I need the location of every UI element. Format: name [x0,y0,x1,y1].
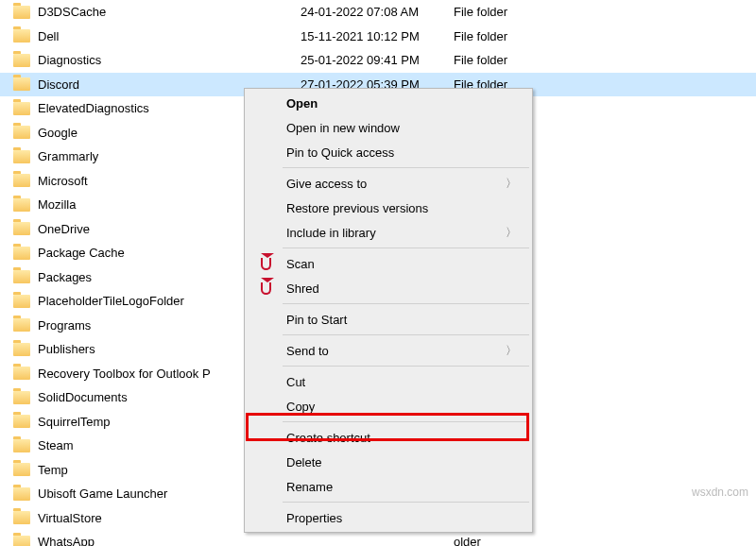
menu-shred-label: Shred [286,282,319,296]
folder-icon [13,126,30,139]
folder-icon [13,367,30,380]
menu-include-in-library[interactable]: Include in library〉 [247,220,530,245]
menu-open-new-window-label: Open in new window [286,121,400,135]
file-date: 24-01-2022 07:08 AM [301,5,454,19]
chevron-right-icon: 〉 [506,343,517,359]
menu-open[interactable]: Open [247,91,530,115]
file-type: File folder [454,29,756,43]
menu-separator [283,247,529,248]
file-row[interactable]: Diagnostics25-01-2022 09:41 PMFile folde… [0,48,756,73]
menu-properties-label: Properties [286,511,342,525]
menu-cut[interactable]: Cut [247,369,530,394]
folder-icon [13,295,30,308]
folder-icon [13,536,30,546]
folder-icon [13,511,30,524]
menu-send-to-label: Send to [286,344,329,358]
menu-scan[interactable]: Scan [247,251,530,276]
folder-icon [13,343,30,356]
file-row[interactable]: Dell15-11-2021 10:12 PMFile folder [0,25,756,49]
file-row[interactable]: D3DSCache24-01-2022 07:08 AMFile folder [0,0,756,25]
folder-icon [13,391,30,404]
menu-open-new-window[interactable]: Open in new window [247,115,530,140]
menu-delete[interactable]: Delete [247,450,530,474]
menu-give-access-to-label: Give access to [286,177,367,191]
folder-icon [13,222,30,235]
file-type: File folder [454,5,756,19]
menu-create-shortcut[interactable]: Create shortcut [247,425,530,450]
folder-icon [13,270,30,283]
file-date: 15-11-2021 10:12 PM [301,29,454,43]
menu-separator [283,421,529,422]
menu-give-access-to[interactable]: Give access to〉 [247,171,530,196]
menu-separator [283,502,529,503]
mcafee-shield-icon [258,256,273,271]
chevron-right-icon: 〉 [506,176,517,192]
watermark: wsxdn.com [692,486,748,499]
menu-rename[interactable]: Rename [247,474,530,499]
menu-separator [283,366,529,367]
folder-icon [13,198,30,212]
folder-icon [13,247,30,260]
menu-restore-previous-label: Restore previous versions [286,201,428,215]
menu-pin-to-start[interactable]: Pin to Start [247,307,530,332]
menu-pin-quick-access[interactable]: Pin to Quick access [247,140,530,164]
menu-cut-label: Cut [286,375,305,389]
menu-separator [283,334,529,335]
menu-separator [283,303,529,304]
file-date: 25-01-2022 09:41 PM [301,53,454,67]
folder-icon [13,415,30,428]
file-type: older [454,535,756,546]
folder-icon [13,29,30,43]
menu-copy[interactable]: Copy [247,394,530,418]
menu-separator [283,167,529,168]
folder-icon [13,463,30,476]
menu-create-shortcut-label: Create shortcut [286,431,370,445]
menu-shred[interactable]: Shred [247,276,530,300]
folder-icon [13,54,30,67]
folder-icon [13,77,30,91]
menu-include-in-library-label: Include in library [286,226,376,240]
menu-delete-label: Delete [286,455,322,469]
folder-icon [13,6,30,19]
menu-restore-previous[interactable]: Restore previous versions [247,196,530,220]
menu-open-label: Open [286,96,318,111]
menu-scan-label: Scan [286,257,315,271]
file-name: D3DSCache [38,5,301,19]
file-name: Dell [38,29,301,43]
file-type: File folder [454,53,756,67]
file-name: WhatsApp [38,535,301,546]
file-name: Diagnostics [38,53,301,67]
mcafee-shield-icon [258,281,273,296]
menu-pin-to-start-label: Pin to Start [286,313,347,327]
folder-icon [13,174,30,187]
folder-icon [13,487,30,501]
context-menu: Open Open in new window Pin to Quick acc… [244,88,533,533]
menu-rename-label: Rename [286,480,333,494]
menu-send-to[interactable]: Send to〉 [247,338,530,363]
menu-pin-quick-access-label: Pin to Quick access [286,145,394,160]
menu-copy-label: Copy [286,400,315,414]
menu-properties[interactable]: Properties [247,505,530,530]
folder-icon [13,102,30,115]
folder-icon [13,439,30,452]
folder-icon [13,150,30,163]
folder-icon [13,318,30,332]
chevron-right-icon: 〉 [506,225,517,241]
